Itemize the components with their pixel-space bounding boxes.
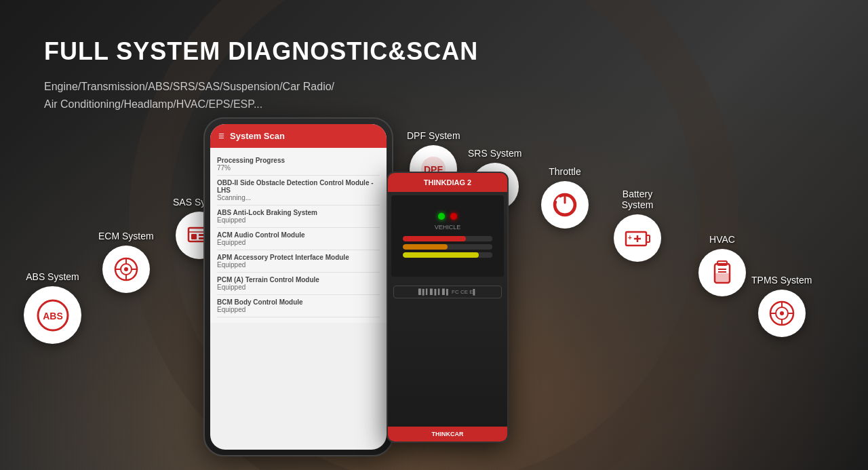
scan-item-4-title: APM Accessory Protect Interface Module — [217, 254, 380, 261]
scan-item-5-status: Equipped — [217, 283, 380, 291]
scanner-bar-2-fill — [403, 244, 448, 250]
system-tpms: TPMS System — [751, 275, 812, 337]
scan-item-6: BCM Body Control Module Equipped — [217, 295, 380, 317]
scanner-brand: THINKDIAG 2 — [393, 178, 502, 187]
scan-item-1: OBD-II Side Obstacle Detection Control M… — [217, 176, 380, 205]
hvac-icon — [698, 249, 746, 296]
svg-point-4 — [124, 267, 128, 271]
hvac-label: HVAC — [709, 234, 735, 245]
scan-item-3-title: ACM Audio Control Module — [217, 231, 380, 239]
scanner-bar-2 — [403, 244, 493, 250]
scan-item-0-title: Processing Progress — [217, 157, 380, 164]
svg-text:+: + — [628, 234, 632, 241]
svg-point-54 — [780, 311, 784, 315]
subtitle-line2: Air Conditioning/Headlamp/HVAC/EPS/ESP..… — [44, 98, 262, 110]
scanner-leds — [438, 213, 457, 220]
scan-item-5-title: PCM (A) Terrain Control Module — [217, 276, 380, 283]
subtitle: Engine/Transmission/ABS/SRS/SAS/Suspensi… — [44, 78, 478, 113]
ecm-label: ECM System — [98, 231, 154, 241]
scan-item-4: APM Accessory Protect Interface Module E… — [217, 250, 380, 273]
tpms-label: TPMS System — [751, 275, 812, 286]
scanner-screen: VEHICLE — [391, 195, 504, 277]
phone-screen: ☰ System Scan Processing Progress 77% OB… — [210, 124, 387, 450]
scanner-header: THINKDIAG 2 — [388, 173, 507, 192]
scanner-bar-1 — [403, 236, 493, 241]
phone-screen-title: System Scan — [230, 131, 285, 141]
scan-item-6-status: Equipped — [217, 306, 380, 313]
abs-label: ABS System — [26, 271, 79, 282]
scan-item-0-status: 77% — [217, 164, 380, 172]
throttle-label: Throttle — [549, 166, 580, 177]
svg-text:ABS: ABS — [43, 311, 63, 321]
tpms-icon — [758, 290, 806, 337]
scan-item-2: ABS Anti-Lock Braking System Equipped — [217, 205, 380, 228]
srs-label: SRS System — [468, 148, 521, 159]
svg-rect-45 — [715, 273, 730, 283]
scan-item-5: PCM (A) Terrain Control Module Equipped — [217, 273, 380, 295]
led-green — [438, 213, 445, 220]
scanner-bar-3-fill — [403, 252, 479, 258]
battery-icon: + — [614, 214, 661, 262]
scanner-bar-1-fill — [403, 236, 466, 241]
battery-label: BatterySystem — [622, 189, 654, 210]
scanner-footer: THINKCAR — [388, 427, 507, 442]
system-battery: BatterySystem + — [614, 189, 661, 262]
phone-screen-content: Processing Progress 77% OBD-II Side Obst… — [210, 148, 387, 323]
scan-item-0: Processing Progress 77% — [217, 153, 380, 176]
scan-item-4-status: Equipped — [217, 261, 380, 269]
scan-item-3-status: Equipped — [217, 239, 380, 246]
scan-item-2-title: ABS Anti-Lock Braking System — [217, 209, 380, 216]
system-ecm: ECM System — [98, 231, 154, 293]
system-hvac: HVAC — [698, 234, 746, 296]
title-area: FULL SYSTEM DIAGNOSTIC&SCAN Engine/Trans… — [44, 37, 478, 113]
scanner-footer-text: THINKCAR — [392, 431, 503, 437]
scan-item-3: ACM Audio Control Module Equipped — [217, 228, 380, 250]
scan-item-2-status: Equipped — [217, 216, 380, 224]
page-title: FULL SYSTEM DIAGNOSTIC&SCAN — [44, 37, 478, 66]
scanner-device: THINKDIAG 2 VEHICLE ▋▌▍▋▌▍▋▌ FC CE E▌ — [387, 172, 509, 443]
scanner-bar-3 — [403, 252, 493, 258]
subtitle-line1: Engine/Transmission/ABS/SRS/SAS/Suspensi… — [44, 81, 334, 92]
phone-screen-header: ☰ System Scan — [210, 124, 387, 148]
dpf-label: DPF System — [407, 130, 460, 141]
svg-rect-11 — [191, 234, 197, 239]
phone-device: ☰ System Scan Processing Progress 77% OB… — [203, 117, 393, 456]
main-content: FULL SYSTEM DIAGNOSTIC&SCAN Engine/Trans… — [0, 0, 868, 470]
svg-rect-39 — [646, 235, 650, 242]
scan-item-1-title: OBD-II Side Obstacle Detection Control M… — [217, 179, 380, 194]
system-throttle: Throttle — [541, 166, 589, 229]
ecm-icon — [102, 246, 150, 293]
scanner-label: VEHICLE — [435, 224, 461, 231]
abs-icon: ABS — [24, 286, 81, 344]
throttle-icon — [541, 181, 589, 229]
scan-item-1-status: Scanning... — [217, 194, 380, 201]
scanner-barcode: ▋▌▍▋▌▍▋▌ FC CE E▌ — [393, 286, 502, 298]
scan-item-6-title: BCM Body Control Module — [217, 298, 380, 306]
led-red — [450, 213, 457, 220]
scanner-middle: ▋▌▍▋▌▍▋▌ FC CE E▌ — [388, 280, 507, 307]
system-abs: ABS System ABS — [24, 271, 81, 344]
